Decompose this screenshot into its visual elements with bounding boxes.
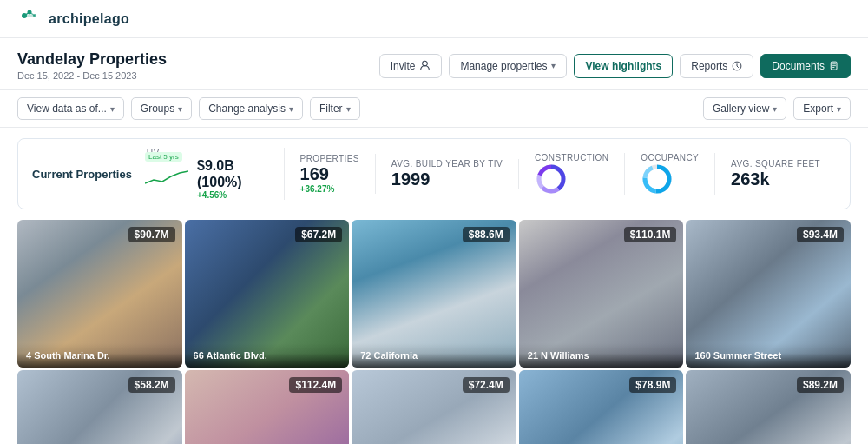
logo-text: archipelago [49,11,129,27]
export-label: Export [803,103,833,115]
property-card-overlay: 72 California [352,343,516,368]
logo-icon [17,7,42,31]
groups-chevron-icon: ▾ [178,104,182,114]
filter-label: Filter [319,103,343,115]
property-card[interactable]: $93.4M160 Summer Street [686,220,851,368]
tiv-metric: TIV Last 5 yrs $9.0B (100%) +4.56% [145,148,285,200]
page-header: Vandelay Properties Dec 15, 2022 - Dec 1… [0,38,868,90]
property-card-overlay: 4 South Marina Dr. [17,343,182,368]
documents-button[interactable]: Documents [760,54,851,78]
filter-dropdown[interactable]: Filter ▾ [310,97,360,120]
gallery-view-dropdown[interactable]: Gallery view ▾ [703,97,786,120]
property-price: $88.6M [463,227,510,242]
property-card[interactable]: $58.2M [17,370,182,444]
avg-sqft-value: 263k [731,169,820,189]
avg-build-value: 1999 [391,169,503,189]
logo[interactable]: archipelago [17,7,129,31]
manage-label: Manage properties [460,60,547,72]
change-analysis-dropdown[interactable]: Change analysis ▾ [199,97,303,120]
property-card[interactable]: $90.7M4 South Marina Dr. [17,220,182,368]
tiv-value: $9.0B (100%) [197,157,268,190]
documents-icon [829,61,839,71]
property-card-overlay: 66 Atlantic Blvd. [185,343,350,368]
reports-label: Reports [691,60,727,72]
summary-label: Current Properties [32,168,145,181]
tiv-block: Last 5 yrs $9.0B (100%) +4.56% [145,157,268,200]
page-title: Vandelay Properties [17,50,167,69]
manage-properties-button[interactable]: Manage properties ▾ [449,54,567,78]
toolbar-left: View data as of... ▾ Groups ▾ Change ana… [17,97,360,120]
reports-icon [732,61,742,71]
property-price: $72.4M [463,377,510,393]
property-card[interactable]: $78.9M [519,370,684,444]
summary-metrics: TIV Last 5 yrs $9.0B (100%) +4.56% Prope… [145,148,836,200]
avg-build-label: Avg. build year by TIV [391,159,503,169]
occupancy-donut-svg [641,162,674,195]
gallery-view-label: Gallery view [713,103,769,115]
header-actions: Invite Manage properties ▾ View highligh… [379,54,851,78]
property-price: $89.2M [797,377,844,393]
invite-icon [419,60,431,71]
property-price: $93.4M [797,227,844,242]
page-title-block: Vandelay Properties Dec 15, 2022 - Dec 1… [17,50,167,81]
property-price: $110.1M [624,227,677,242]
property-name: 4 South Marina Dr. [26,350,174,361]
tiv-main: Last 5 yrs [145,164,188,193]
change-analysis-label: Change analysis [208,103,286,115]
property-card-overlay: 21 N Williams [519,343,684,368]
property-price: $58.2M [128,377,175,393]
property-grid: $90.7M4 South Marina Dr.$67.2M66 Atlanti… [0,220,868,444]
construction-donut-svg [535,162,568,195]
manage-chevron-icon: ▾ [551,61,556,70]
occupancy-label: Occupancy [641,153,699,162]
page-subtitle: Dec 15, 2022 - Dec 15 2023 [17,70,167,81]
property-card[interactable]: $67.2M66 Atlantic Blvd. [185,220,350,368]
avg-sqft-metric: Avg. square feet 263k [715,159,836,189]
property-card[interactable]: $89.2M [686,370,851,444]
highlights-label: View highlights [585,60,661,72]
property-price: $90.7M [128,227,175,242]
properties-metric: Properties 169 +36.27% [285,154,376,194]
export-chevron-icon: ▾ [837,104,841,114]
tiv-change: +4.56% [197,190,268,200]
sparkline-chart [145,164,188,190]
property-name: 66 Atlantic Blvd. [194,350,341,361]
view-highlights-button[interactable]: View highlights [574,54,673,78]
toolbar-right: Gallery view ▾ Export ▾ [703,97,851,120]
invite-label: Invite [391,60,416,72]
sparkline-label: Last 5 yrs [145,152,182,162]
view-data-chevron-icon: ▾ [110,104,115,114]
property-name: 160 Summer Street [694,350,842,361]
summary-bar: Current Properties TIV Last 5 yrs $9.0B … [17,138,851,209]
avg-build-metric: Avg. build year by TIV 1999 [376,159,519,189]
properties-value: 169 [300,163,359,184]
properties-change: +36.27% [300,184,359,194]
navbar: archipelago [0,0,868,38]
properties-label: Properties [300,154,359,163]
view-data-dropdown[interactable]: View data as of... ▾ [17,97,124,120]
property-card[interactable]: $112.4M [185,370,350,444]
property-card-overlay: 160 Summer Street [686,343,851,368]
property-price: $78.9M [629,377,676,393]
construction-donut [535,162,568,195]
property-price: $67.2M [295,227,342,242]
construction-metric: Construction [519,153,625,195]
reports-button[interactable]: Reports [680,54,753,78]
property-price: $112.4M [289,377,342,393]
occupancy-metric: Occupancy [625,153,715,195]
construction-label: Construction [535,153,608,162]
property-card[interactable]: $72.4M [352,370,516,444]
property-card[interactable]: $88.6M72 California [352,220,516,368]
invite-button[interactable]: Invite [379,54,443,78]
documents-label: Documents [772,60,825,72]
toolbar: View data as of... ▾ Groups ▾ Change ana… [0,90,868,128]
change-analysis-chevron-icon: ▾ [289,104,293,114]
groups-dropdown[interactable]: Groups ▾ [131,97,192,120]
view-data-label: View data as of... [27,103,107,115]
filter-chevron-icon: ▾ [346,104,351,114]
property-name: 72 California [360,350,508,361]
export-dropdown[interactable]: Export ▾ [793,97,851,120]
avg-sqft-label: Avg. square feet [731,159,820,169]
property-card[interactable]: $110.1M21 N Williams [519,220,684,368]
tiv-values: $9.0B (100%) +4.56% [197,157,268,200]
